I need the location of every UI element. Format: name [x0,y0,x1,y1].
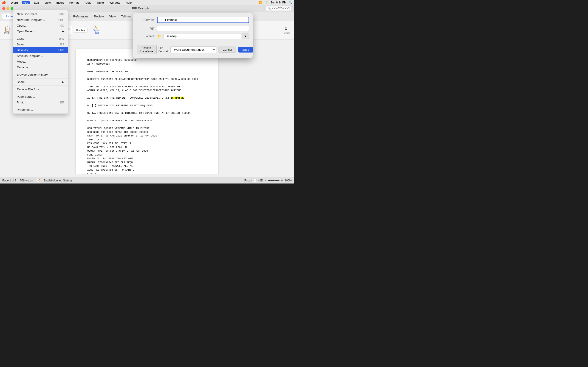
doc-line [87,115,207,119]
tags-row: Tags: [137,25,249,31]
menu-item-save[interactable]: Save ⌘S [13,42,68,47]
doc-line: CDA: 0 [87,172,207,174]
menu-item-open[interactable]: Open... ⌘O [13,23,68,28]
save-as-input[interactable] [157,17,249,23]
where-row: Where: 📁 Desktop Documents Downloads ▼ [137,33,249,39]
doc-line: MEMORANDUM FOR SQUADRON XXXXXXXXX [87,58,207,62]
doc-line: ATTN: COMMANDER [87,62,207,66]
menu-separator-2 [13,71,68,71]
document-page: MEMORANDUM FOR SQUADRON XXXXXXXXXATTN: C… [76,49,218,174]
menubar-insert[interactable]: Insert [55,1,65,4]
menubar: 🍎 Word File Edit View Insert Format Tool… [0,0,294,5]
menu-item-open-recent[interactable]: Open Recent ▶ [13,28,68,34]
doc-line [87,92,207,96]
doc-line: B. [ ] INITIAL TDY BRIEFING IS NOT REQUI… [87,104,207,108]
doc-line [87,100,207,104]
menubar-wifi-icon: 📶 [259,1,262,4]
doc-line: YOUR UNIT IS ALLOCATED A QUOTA IN COURSE… [87,85,207,89]
doc-line [87,81,207,85]
menu-item-move[interactable]: Move... [13,59,68,65]
language: English (United States) [44,179,72,182]
zoom-in-button[interactable]: + [281,179,283,182]
menu-item-print[interactable]: Print... ⌘P [13,100,68,105]
file-format-select[interactable]: Word Document (.docx) PDF Plain Text (.t… [170,46,216,53]
where-selector: 📁 Desktop Documents Downloads ▼ [157,33,249,39]
menubar-battery-icon: 🔋 [265,1,268,4]
styles-pane-icon: ✏️ [95,26,98,29]
window-title: RIP Example [16,7,266,10]
menu-item-close[interactable]: Close ⌘W [13,36,68,42]
menubar-file[interactable]: File [22,1,30,4]
doc-line: A. [↵↵] RETURN THE RIP WITH COMPLETED EN… [87,96,207,100]
close-window-button[interactable] [2,7,5,10]
tab-references[interactable]: References [71,14,91,19]
status-bar: Page 1 of 3 558 words 📝 English (United … [0,177,294,184]
save-as-label: Save As: [137,18,155,22]
apple-menu[interactable]: 🍎 [2,1,6,4]
title-search-bar[interactable]: 🔍 XXX-XX-XXXX [266,6,292,11]
tags-label: Tags: [137,26,155,30]
menubar-format[interactable]: Format [68,1,80,4]
dictate-icon: 🎙 [284,26,289,32]
doc-line [87,108,207,111]
minimize-window-button[interactable] [6,7,9,10]
menu-item-share[interactable]: Share ▶ [13,79,68,85]
focus-button[interactable]: Focus [244,179,252,182]
cancel-button[interactable]: Cancel [218,47,236,53]
menu-separator-5 [13,93,68,93]
where-expand-button[interactable]: ▼ [242,33,249,39]
tags-input[interactable] [157,25,249,31]
menubar-search-icon[interactable]: 🔍 [289,1,292,4]
menubar-word[interactable]: Word [9,1,19,4]
zoom-out-button[interactable]: − [265,179,266,182]
file-format-label: File Format: [158,46,169,53]
menubar-view[interactable]: View [43,1,52,4]
menu-item-rename[interactable]: Rename... [13,65,68,70]
word-count: 558 words [20,179,33,182]
menu-item-save-as[interactable]: Save As... ⇧⌘S [13,47,68,53]
menubar-window[interactable]: Window [108,1,121,4]
menu-item-browse-version-history[interactable]: Browse Version History [13,72,68,77]
paste-button[interactable]: 📋 Paste [2,25,12,35]
menu-item-properties[interactable]: Properties... [13,107,68,113]
menu-separator-3 [13,78,68,78]
maximize-window-button[interactable] [10,7,13,10]
where-label: Where: [137,34,155,38]
zoom-level: 100% [285,179,292,182]
doc-line [87,66,207,70]
menu-item-new-document[interactable]: New Document ⌘N [13,11,68,17]
doc-line: CRS NBR: 999 XXXX CLASS ID: 2020D XXXXXX [87,130,207,134]
zoom-slider[interactable]: ━━━●━━━ [268,179,279,182]
word-window: RIP Example 🔍 XXX-XX-XXXX Home Insert Dr… [0,5,294,184]
where-select[interactable]: Desktop Documents Downloads [164,33,241,39]
menubar-help[interactable]: Help [124,1,133,4]
spellcheck-icon[interactable]: 📝 [36,179,40,182]
tab-view[interactable]: View [107,14,118,19]
menu-item-new-from-template[interactable]: New from Template... ⇧⌘P [13,17,68,23]
doc-line: NR DAYS TDY: 4 SSN LOCK: N [87,145,207,149]
styles-pane-button[interactable]: ✏️ Styles Pane [91,25,101,35]
dialog-buttons: Online Locations File Format: Word Docum… [137,42,249,54]
desktop-icon: 📁 [157,34,162,38]
menu-item-reduce-file-size[interactable]: Reduce File Size... [13,86,68,92]
doc-line: PART I - QUOTA INFORMATION TLN: LE1CXXXX… [87,119,207,123]
search-icon: 🔍 [267,7,271,10]
doc-line: PDS CODE: XXX DIR TVL STAT: 1 [87,142,207,145]
tab-review[interactable]: Review [92,14,106,19]
menubar-tools[interactable]: Tools [83,1,93,4]
doc-line: AFMAN 36-2622, VOL II, CHAP 8 FOR SELECT… [87,89,207,92]
menubar-edit[interactable]: Edit [32,1,40,4]
menu-item-page-setup[interactable]: Page Setup... [13,94,68,100]
dictate-button[interactable]: 🎙 Dictate [281,25,292,35]
menubar-table[interactable]: Table [95,1,105,4]
file-menu: New Document ⌘N New from Template... ⇧⌘P… [13,10,68,114]
online-locations-button[interactable]: Online Locations [137,45,157,54]
save-button[interactable]: Save [238,47,253,52]
doc-line: FROM: PERSONNEL RELOCATIONS [87,70,207,74]
menu-item-save-as-template[interactable]: Save as Template... [13,53,68,59]
style-heading[interactable]: Heading [74,28,87,33]
status-right: Focus 📄 ≡ ☰ − ━━━●━━━ + 100% [244,179,292,182]
doc-line: ADSC REQ (MONTHS) OFF: 0 AMN: 0 [87,168,207,172]
doc-line: QUOTA TYPE: OP CONFIRM DATE: 16 MAR 2020 [87,149,207,153]
tab-tellme[interactable]: Tell me [119,14,133,19]
